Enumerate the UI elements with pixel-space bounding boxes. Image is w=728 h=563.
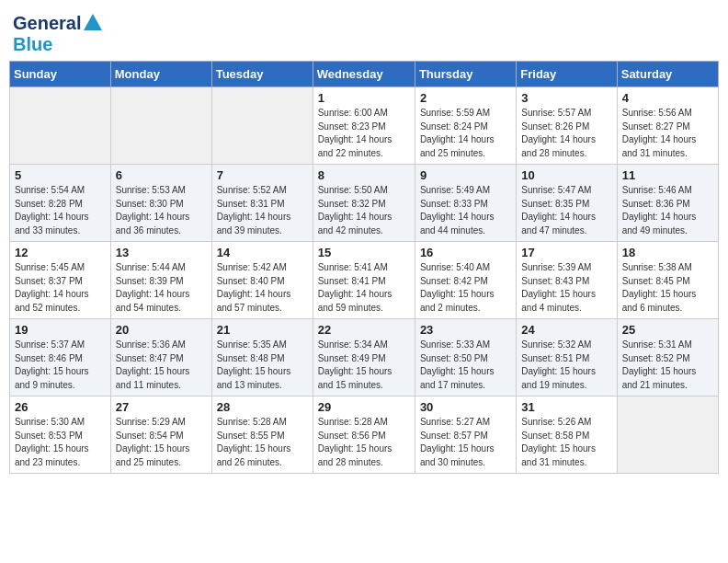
day-number: 21 — [217, 323, 308, 337]
calendar-cell: 9Sunrise: 5:49 AM Sunset: 8:33 PM Daylig… — [415, 165, 516, 242]
day-number: 18 — [622, 246, 713, 259]
day-info: Sunrise: 5:54 AM Sunset: 8:28 PM Dayligh… — [15, 184, 106, 237]
weekday-header: Monday — [110, 62, 211, 87]
day-number: 23 — [420, 323, 511, 337]
day-info: Sunrise: 5:36 AM Sunset: 8:47 PM Dayligh… — [116, 339, 207, 392]
day-info: Sunrise: 5:44 AM Sunset: 8:39 PM Dayligh… — [116, 261, 207, 315]
day-number: 26 — [15, 400, 106, 414]
weekday-header-row: SundayMondayTuesdayWednesdayThursdayFrid… — [10, 62, 719, 87]
weekday-header: Friday — [517, 62, 617, 87]
day-number: 25 — [622, 323, 713, 337]
calendar-week-row: 12Sunrise: 5:45 AM Sunset: 8:37 PM Dayli… — [10, 242, 719, 319]
day-info: Sunrise: 5:49 AM Sunset: 8:33 PM Dayligh… — [420, 184, 511, 237]
calendar-cell: 4Sunrise: 5:56 AM Sunset: 8:27 PM Daylig… — [617, 87, 718, 165]
day-number: 4 — [622, 91, 713, 105]
day-info: Sunrise: 5:38 AM Sunset: 8:45 PM Dayligh… — [622, 261, 713, 315]
day-info: Sunrise: 5:57 AM Sunset: 8:26 PM Dayligh… — [521, 107, 611, 160]
calendar-cell: 14Sunrise: 5:42 AM Sunset: 8:40 PM Dayli… — [211, 242, 313, 319]
day-number: 22 — [318, 323, 410, 337]
day-info: Sunrise: 5:53 AM Sunset: 8:30 PM Dayligh… — [116, 184, 207, 237]
calendar-cell: 1Sunrise: 6:00 AM Sunset: 8:23 PM Daylig… — [313, 87, 415, 165]
day-info: Sunrise: 5:47 AM Sunset: 8:35 PM Dayligh… — [521, 184, 611, 237]
weekday-header: Thursday — [415, 62, 516, 87]
day-info: Sunrise: 5:35 AM Sunset: 8:48 PM Dayligh… — [217, 339, 308, 392]
calendar-cell: 6Sunrise: 5:53 AM Sunset: 8:30 PM Daylig… — [110, 165, 211, 242]
calendar-cell: 12Sunrise: 5:45 AM Sunset: 8:37 PM Dayli… — [10, 242, 111, 319]
calendar-cell: 15Sunrise: 5:41 AM Sunset: 8:41 PM Dayli… — [313, 242, 415, 319]
day-info: Sunrise: 5:52 AM Sunset: 8:31 PM Dayligh… — [217, 184, 308, 237]
logo-icon — [83, 12, 103, 32]
calendar-cell: 10Sunrise: 5:47 AM Sunset: 8:35 PM Dayli… — [517, 165, 617, 242]
calendar-cell: 8Sunrise: 5:50 AM Sunset: 8:32 PM Daylig… — [313, 165, 415, 242]
logo: General Blue — [13, 13, 103, 55]
logo-general-text: General — [13, 13, 81, 34]
day-number: 11 — [622, 168, 713, 182]
calendar-cell: 5Sunrise: 5:54 AM Sunset: 8:28 PM Daylig… — [10, 165, 111, 242]
day-number: 19 — [15, 323, 106, 337]
calendar-cell: 24Sunrise: 5:32 AM Sunset: 8:51 PM Dayli… — [517, 319, 617, 396]
calendar-week-row: 1Sunrise: 6:00 AM Sunset: 8:23 PM Daylig… — [10, 87, 719, 165]
weekday-header: Tuesday — [211, 62, 313, 87]
weekday-header: Sunday — [10, 62, 111, 87]
day-info: Sunrise: 5:59 AM Sunset: 8:24 PM Dayligh… — [420, 107, 511, 160]
svg-marker-0 — [84, 14, 102, 30]
day-number: 30 — [420, 400, 511, 414]
logo-blue-text: Blue — [13, 34, 52, 54]
day-info: Sunrise: 5:31 AM Sunset: 8:52 PM Dayligh… — [622, 339, 713, 392]
day-info: Sunrise: 5:42 AM Sunset: 8:40 PM Dayligh… — [217, 261, 308, 315]
calendar-cell: 28Sunrise: 5:28 AM Sunset: 8:55 PM Dayli… — [211, 396, 313, 474]
day-info: Sunrise: 5:45 AM Sunset: 8:37 PM Dayligh… — [15, 261, 106, 315]
calendar-cell: 17Sunrise: 5:39 AM Sunset: 8:43 PM Dayli… — [517, 242, 617, 319]
day-info: Sunrise: 5:28 AM Sunset: 8:55 PM Dayligh… — [217, 416, 308, 469]
calendar-cell: 11Sunrise: 5:46 AM Sunset: 8:36 PM Dayli… — [617, 165, 718, 242]
calendar-cell — [211, 87, 313, 165]
calendar-cell: 13Sunrise: 5:44 AM Sunset: 8:39 PM Dayli… — [110, 242, 211, 319]
calendar-table: SundayMondayTuesdayWednesdayThursdayFrid… — [9, 61, 719, 474]
calendar-cell: 26Sunrise: 5:30 AM Sunset: 8:53 PM Dayli… — [10, 396, 111, 474]
calendar-week-row: 19Sunrise: 5:37 AM Sunset: 8:46 PM Dayli… — [10, 319, 719, 396]
calendar-cell — [110, 87, 211, 165]
calendar-cell: 19Sunrise: 5:37 AM Sunset: 8:46 PM Dayli… — [10, 319, 111, 396]
day-info: Sunrise: 5:46 AM Sunset: 8:36 PM Dayligh… — [622, 184, 713, 237]
day-number: 3 — [521, 91, 611, 105]
day-info: Sunrise: 5:29 AM Sunset: 8:54 PM Dayligh… — [116, 416, 207, 469]
day-number: 17 — [521, 246, 611, 259]
day-number: 7 — [217, 168, 308, 182]
calendar-cell: 31Sunrise: 5:26 AM Sunset: 8:58 PM Dayli… — [517, 396, 617, 474]
day-number: 6 — [116, 168, 207, 182]
day-info: Sunrise: 5:39 AM Sunset: 8:43 PM Dayligh… — [521, 261, 611, 315]
day-info: Sunrise: 5:26 AM Sunset: 8:58 PM Dayligh… — [521, 416, 611, 469]
day-info: Sunrise: 5:32 AM Sunset: 8:51 PM Dayligh… — [521, 339, 611, 392]
day-number: 15 — [318, 246, 410, 259]
day-info: Sunrise: 5:50 AM Sunset: 8:32 PM Dayligh… — [318, 184, 410, 237]
day-number: 1 — [318, 91, 410, 105]
calendar-cell: 18Sunrise: 5:38 AM Sunset: 8:45 PM Dayli… — [617, 242, 718, 319]
calendar-cell — [617, 396, 718, 474]
day-info: Sunrise: 5:30 AM Sunset: 8:53 PM Dayligh… — [15, 416, 106, 469]
calendar-cell: 30Sunrise: 5:27 AM Sunset: 8:57 PM Dayli… — [415, 396, 516, 474]
day-number: 10 — [521, 168, 611, 182]
day-number: 27 — [116, 400, 207, 414]
day-info: Sunrise: 5:33 AM Sunset: 8:50 PM Dayligh… — [420, 339, 511, 392]
day-number: 2 — [420, 91, 511, 105]
day-number: 8 — [318, 168, 410, 182]
day-number: 16 — [420, 246, 511, 259]
calendar-cell: 27Sunrise: 5:29 AM Sunset: 8:54 PM Dayli… — [110, 396, 211, 474]
calendar-cell: 2Sunrise: 5:59 AM Sunset: 8:24 PM Daylig… — [415, 87, 516, 165]
page-header: General Blue — [9, 9, 719, 55]
calendar-cell: 3Sunrise: 5:57 AM Sunset: 8:26 PM Daylig… — [517, 87, 617, 165]
day-info: Sunrise: 5:56 AM Sunset: 8:27 PM Dayligh… — [622, 107, 713, 160]
calendar-cell: 20Sunrise: 5:36 AM Sunset: 8:47 PM Dayli… — [110, 319, 211, 396]
day-number: 24 — [521, 323, 611, 337]
day-info: Sunrise: 5:27 AM Sunset: 8:57 PM Dayligh… — [420, 416, 511, 469]
day-number: 13 — [116, 246, 207, 259]
calendar-cell: 29Sunrise: 5:28 AM Sunset: 8:56 PM Dayli… — [313, 396, 415, 474]
weekday-header: Wednesday — [313, 62, 415, 87]
day-info: Sunrise: 5:28 AM Sunset: 8:56 PM Dayligh… — [318, 416, 410, 469]
day-number: 31 — [521, 400, 611, 414]
day-number: 12 — [15, 246, 106, 259]
calendar-cell: 21Sunrise: 5:35 AM Sunset: 8:48 PM Dayli… — [211, 319, 313, 396]
day-info: Sunrise: 5:37 AM Sunset: 8:46 PM Dayligh… — [15, 339, 106, 392]
calendar-cell: 22Sunrise: 5:34 AM Sunset: 8:49 PM Dayli… — [313, 319, 415, 396]
calendar-cell: 25Sunrise: 5:31 AM Sunset: 8:52 PM Dayli… — [617, 319, 718, 396]
